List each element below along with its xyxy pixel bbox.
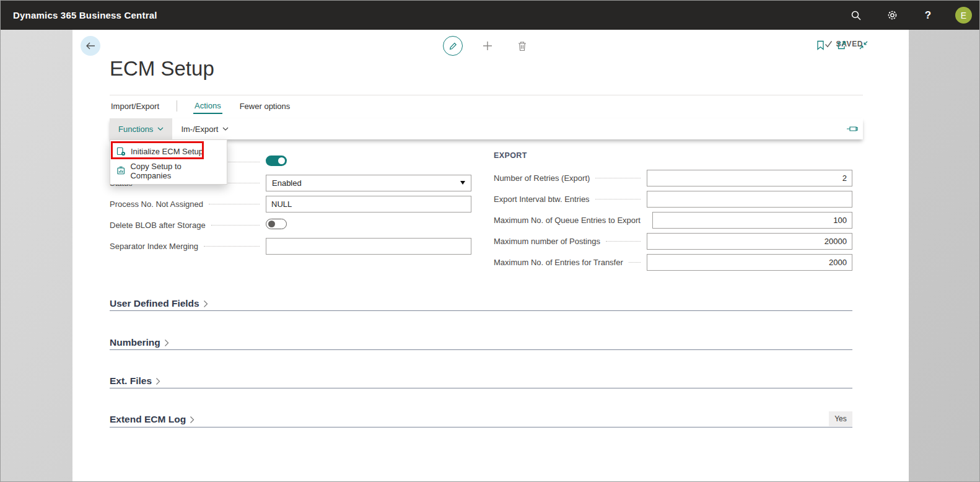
dotted-leader [629, 262, 641, 263]
topbar-actions: ? E [847, 1, 972, 30]
collapse-icon[interactable] [857, 38, 870, 52]
enabled-toggle[interactable] [266, 156, 287, 166]
ribbon-divider [110, 95, 863, 95]
field-label: Maximum number of Postings [494, 237, 600, 246]
initialize-setup-icon [116, 147, 126, 156]
form-row-process-no: Process No. Not Assigned [110, 193, 471, 214]
page-header-icons [813, 38, 980, 52]
dotted-leader [595, 178, 641, 178]
section-header[interactable]: User Defined Fields [110, 297, 852, 310]
field-label: Number of Retries (Export) [494, 173, 590, 183]
menu-item-label: Initialize ECM Setup [131, 147, 203, 156]
menu-item-initialize-ecm-setup[interactable]: Initialize ECM Setup [110, 142, 227, 161]
chevron-right-icon [190, 416, 195, 424]
command-bar: Functions Im-/Export [110, 118, 863, 139]
section-divider [110, 388, 852, 388]
dotted-leader [606, 241, 641, 242]
section-label: Ext. Files [110, 375, 152, 387]
status-select-value: Enabled [272, 178, 302, 188]
delete-blob-toggle[interactable] [266, 219, 287, 229]
max-entries-transfer-input[interactable] [647, 254, 852, 271]
section-header[interactable]: Ext. Files [110, 374, 852, 388]
form-row-delete-blob: Delete BLOB after Storage [110, 214, 471, 235]
app-title: Dynamics 365 Business Central [13, 10, 157, 20]
section-header[interactable]: Extend ECM Log [110, 413, 852, 426]
field-label: Maximum No. of Queue Entries to Export [494, 216, 641, 225]
record-toolbar [443, 36, 532, 56]
help-icon[interactable]: ? [919, 7, 937, 24]
edit-pencil-icon[interactable] [443, 36, 463, 56]
section-ext-files: Ext. Files [110, 374, 852, 388]
search-icon[interactable] [847, 7, 865, 24]
content-card: ECM Setup SAVED [72, 30, 909, 482]
tab-actions[interactable]: Actions [193, 99, 222, 114]
export-fields: EXPORT Number of Retries (Export) Export… [494, 151, 852, 273]
menu-item-copy-setup-to-companies[interactable]: Copy Setup to Companies [110, 161, 227, 180]
chevron-right-icon [155, 377, 160, 385]
settings-gear-icon[interactable] [883, 7, 901, 24]
export-interval-input[interactable] [647, 191, 852, 208]
section-header[interactable]: Numbering [110, 336, 852, 349]
chevron-right-icon [203, 300, 208, 308]
functions-label: Functions [118, 125, 153, 134]
delete-trash-icon[interactable] [512, 36, 532, 56]
app-window: Dynamics 365 Business Central ? E ECM Se… [0, 0, 980, 482]
process-no-not-assigned-input[interactable] [266, 196, 471, 213]
dotted-leader [204, 246, 260, 247]
im-export-menu-button[interactable]: Im-/Export [172, 118, 237, 139]
chevron-right-icon [164, 339, 169, 347]
extend-ecm-log-value-badge: Yes [829, 411, 852, 426]
dotted-leader [211, 225, 260, 226]
number-of-retries-input[interactable] [647, 170, 852, 186]
avatar[interactable]: E [955, 7, 972, 24]
bookmark-icon[interactable] [813, 38, 827, 52]
section-divider [110, 427, 852, 427]
max-queue-entries-input[interactable] [652, 212, 852, 229]
field-label: Separator Index Merging [110, 242, 198, 251]
form-row-max-entries-transfer: Maximum No. of Entries for Transfer [494, 252, 852, 273]
back-button[interactable] [81, 36, 100, 56]
menu-item-label: Copy Setup to Companies [130, 162, 221, 180]
add-plus-icon[interactable] [478, 36, 497, 56]
section-divider [110, 349, 852, 350]
section-numbering: Numbering [110, 336, 852, 349]
functions-dropdown-menu: Initialize ECM Setup Copy Setup to Compa… [110, 139, 227, 185]
status-select[interactable]: Enabled [266, 175, 471, 191]
tab-divider [177, 100, 177, 112]
pin-icon[interactable] [846, 118, 858, 139]
topbar: Dynamics 365 Business Central ? E [1, 1, 980, 30]
tab-fewer-options[interactable]: Fewer options [238, 99, 292, 113]
separator-index-merging-input[interactable] [266, 238, 471, 255]
section-user-defined-fields: User Defined Fields [110, 297, 852, 310]
export-group-title: EXPORT [494, 151, 852, 167]
copy-companies-icon [116, 166, 125, 175]
dotted-leader [209, 204, 260, 204]
section-label: User Defined Fields [110, 298, 199, 309]
field-label: Maximum No. of Entries for Transfer [494, 258, 623, 267]
field-label: Export Interval btw. Entries [494, 195, 590, 204]
field-label: Delete BLOB after Storage [110, 221, 206, 230]
tab-import-export[interactable]: Import/Export [110, 99, 160, 113]
chevron-down-icon [157, 127, 164, 131]
section-label: Numbering [110, 337, 160, 348]
form-row-separator-index: Separator Index Merging [110, 235, 471, 256]
max-postings-input[interactable] [647, 233, 852, 250]
dotted-leader [595, 199, 641, 199]
ribbon-tabs: Import/Export Actions Fewer options [110, 98, 307, 114]
form-row-retries: Number of Retries (Export) [494, 167, 852, 188]
page-title: ECM Setup [110, 57, 214, 81]
section-label: Extend ECM Log [110, 414, 186, 425]
select-caret-icon [460, 181, 465, 185]
back-arrow-icon [85, 42, 96, 50]
field-label: Process No. Not Assigned [110, 199, 203, 209]
im-export-label: Im-/Export [181, 125, 218, 134]
section-extend-ecm-log: Extend ECM Log Yes [110, 413, 852, 426]
functions-menu-button[interactable]: Functions [110, 118, 172, 139]
chevron-down-icon [222, 127, 229, 131]
form-row-export-interval: Export Interval btw. Entries [494, 188, 852, 209]
form-row-max-postings: Maximum number of Postings [494, 230, 852, 252]
section-divider [110, 310, 852, 311]
form-row-max-queue-entries: Maximum No. of Queue Entries to Export [494, 209, 852, 230]
open-in-window-icon[interactable] [835, 38, 849, 52]
